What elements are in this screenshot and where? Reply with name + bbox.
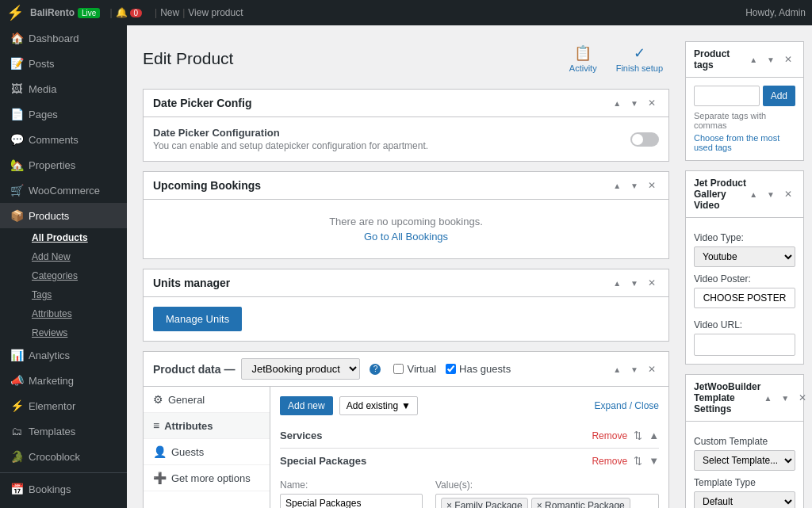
analytics-icon: 📊 xyxy=(10,349,24,361)
sidebar-item-label: Properties xyxy=(29,159,75,171)
datepicker-close[interactable]: ✕ xyxy=(645,96,659,110)
tags-input[interactable] xyxy=(694,86,760,106)
template-type-select[interactable]: Default xyxy=(694,491,795,508)
gallery-video-title: Jet Product Gallery Video xyxy=(694,178,746,211)
go-to-all-bookings-link[interactable]: Go to All Bookings xyxy=(159,231,653,243)
woocommerce-icon: 🛒 xyxy=(10,184,24,197)
upcoming-panel-body: There are no upcoming bookings. Go to Al… xyxy=(144,200,668,258)
units-close[interactable]: ✕ xyxy=(645,276,659,290)
expand-close-link[interactable]: Expand / Close xyxy=(595,400,659,411)
gallery-video-header[interactable]: Jet Product Gallery Video ✕ xyxy=(686,171,803,218)
add-tag-button[interactable]: Add xyxy=(763,86,795,106)
template-settings-body: Custom Template Select Template... Templ… xyxy=(686,422,803,508)
units-panel-header[interactable]: Units manager ✕ xyxy=(144,269,668,297)
sidebar-item-marketing[interactable]: 📣 Marketing xyxy=(0,368,127,393)
sidebar-sub-reviews[interactable]: Reviews xyxy=(25,323,127,342)
sidebar-item-analytics[interactable]: 📊 Analytics xyxy=(0,342,127,368)
sidebar-sub-attributes[interactable]: Attributes xyxy=(25,304,127,323)
template-close[interactable]: ✕ xyxy=(795,391,810,405)
pd-sidebar-attributes[interactable]: ≡ Attributes xyxy=(144,413,270,439)
sidebar-sub-categories[interactable]: Categories xyxy=(25,266,127,285)
properties-icon: 🏡 xyxy=(10,159,24,171)
packages-drag-icon: ⇅ xyxy=(634,455,642,467)
sidebar-item-posts[interactable]: 📝 Posts xyxy=(0,51,127,76)
services-title: Services xyxy=(280,430,323,441)
sidebar-item-pages[interactable]: 📄 Pages xyxy=(0,101,127,127)
custom-template-select[interactable]: Select Template... xyxy=(694,450,795,471)
sidebar-item-elementor[interactable]: ⚡ Elementor xyxy=(0,393,127,418)
upcoming-collapse-up[interactable] xyxy=(610,178,624,193)
video-collapse-up[interactable] xyxy=(746,187,760,201)
sidebar-sub-tags[interactable]: Tags xyxy=(25,285,127,304)
product-data-collapse-up[interactable] xyxy=(610,362,624,376)
template-settings-header[interactable]: JetWooBuilder Template Settings ✕ xyxy=(686,375,803,422)
sidebar-item-media[interactable]: 🖼 Media xyxy=(0,76,127,101)
choose-poster-button[interactable]: CHOOSE POSTER xyxy=(694,288,795,308)
sidebar-item-dashboard[interactable]: 🏠 Dashboard xyxy=(0,25,127,51)
activity-button[interactable]: 📋 Activity xyxy=(563,41,603,76)
add-new-button[interactable]: Add new xyxy=(280,396,333,415)
sidebar-item-crocoblock[interactable]: 🐊 Crocoblock xyxy=(0,444,127,469)
video-collapse-down[interactable] xyxy=(764,187,778,201)
sidebar-item-comments[interactable]: 💬 Comments xyxy=(0,127,127,152)
tags-collapse-down[interactable] xyxy=(764,52,778,67)
right-sidebar: Product tags ✕ Add Separate tags with co… xyxy=(685,25,812,508)
posts-icon: 📝 xyxy=(10,57,24,70)
packages-remove-link[interactable]: Remove xyxy=(592,456,627,467)
pd-sidebar-get-more[interactable]: ➕ Get more options xyxy=(144,465,270,491)
template-collapse-down[interactable] xyxy=(778,391,792,405)
product-type-info-icon[interactable]: ? xyxy=(370,364,381,375)
video-type-select[interactable]: Youtube xyxy=(694,246,795,267)
attr-name-input[interactable] xyxy=(280,494,423,508)
product-data-collapse-down[interactable] xyxy=(627,362,642,376)
datepicker-collapse-up[interactable] xyxy=(610,96,624,110)
datepicker-panel-title: Date Picker Config xyxy=(153,97,251,109)
tag-romantic-package: × Romantic Package xyxy=(531,498,630,508)
pd-sidebar-guests[interactable]: 👤 Guests xyxy=(144,439,270,465)
activity-icon: 📋 xyxy=(574,44,592,62)
finish-setup-button[interactable]: ✓ Finish setup xyxy=(610,41,669,76)
product-data-close[interactable]: ✕ xyxy=(645,362,659,376)
template-collapse-up[interactable] xyxy=(760,391,775,405)
manage-units-button[interactable]: Manage Units xyxy=(153,307,242,331)
product-data-panel: Product data — JetBooking product ? Virt… xyxy=(143,351,669,508)
video-close[interactable]: ✕ xyxy=(781,187,795,201)
units-collapse-up[interactable] xyxy=(610,276,624,290)
product-tags-header[interactable]: Product tags ✕ xyxy=(686,42,803,78)
tags-collapse-up[interactable] xyxy=(746,52,760,67)
has-guests-checkbox[interactable] xyxy=(446,364,456,374)
add-existing-button[interactable]: Add existing ▼ xyxy=(339,396,418,415)
datepicker-collapse-down[interactable] xyxy=(627,96,642,110)
view-product-link[interactable]: View product xyxy=(188,7,243,18)
finish-icon: ✓ xyxy=(634,44,645,62)
sidebar-item-appearance[interactable]: 🎨 Appearance xyxy=(0,502,127,508)
choose-tags-link[interactable]: Choose from the most used tags xyxy=(694,133,795,152)
sidebar-sub-add-new[interactable]: Add New xyxy=(25,247,127,266)
upcoming-close[interactable]: ✕ xyxy=(645,178,659,193)
sidebar-item-products[interactable]: 📦 Products xyxy=(0,203,127,228)
sidebar-sub-all-products[interactable]: All Products xyxy=(25,228,127,247)
upcoming-panel-header[interactable]: Upcoming Bookings ✕ xyxy=(144,172,668,200)
datepicker-panel-header[interactable]: Date Picker Config ✕ xyxy=(144,90,668,117)
upcoming-collapse-down[interactable] xyxy=(627,178,642,193)
sidebar-item-properties[interactable]: 🏡 Properties xyxy=(0,152,127,178)
has-guests-check-label[interactable]: Has guests xyxy=(446,363,511,375)
virtual-checkbox[interactable] xyxy=(393,364,404,374)
datepicker-toggle[interactable] xyxy=(630,132,659,147)
sidebar-item-woocommerce[interactable]: 🛒 WooCommerce xyxy=(0,178,127,203)
sidebar-item-label: Comments xyxy=(29,134,79,146)
template-settings-title: JetWooBuilder Template Settings xyxy=(694,381,760,414)
tags-close[interactable]: ✕ xyxy=(781,52,795,67)
template-type-label: Template Type xyxy=(694,477,795,488)
virtual-check-label[interactable]: Virtual xyxy=(393,363,436,375)
media-icon: 🖼 xyxy=(10,82,24,95)
services-remove-link[interactable]: Remove xyxy=(592,430,627,441)
pd-sidebar-general[interactable]: ⚙ General xyxy=(144,387,270,413)
sidebar-item-templates[interactable]: 🗂 Templates xyxy=(0,418,127,444)
units-collapse-down[interactable] xyxy=(627,276,642,290)
notifications[interactable]: 🔔 0 xyxy=(116,7,143,18)
product-type-select[interactable]: JetBooking product xyxy=(241,358,360,380)
video-url-input[interactable] xyxy=(694,334,795,356)
sidebar-item-bookings[interactable]: 📅 Bookings xyxy=(0,476,127,502)
new-link[interactable]: New xyxy=(160,7,179,18)
